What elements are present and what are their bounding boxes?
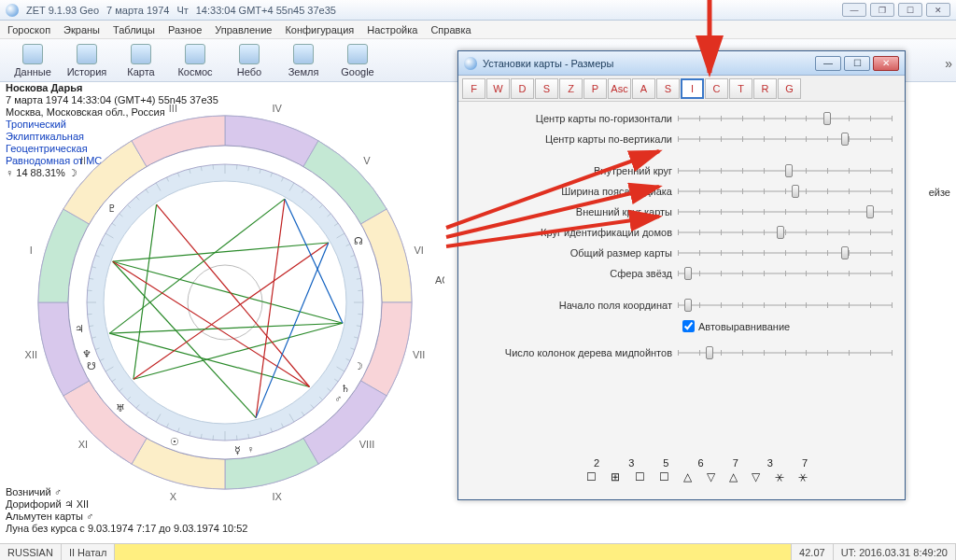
svg-text:☊: ☊ <box>354 235 363 246</box>
slider[interactable] <box>678 251 892 255</box>
menu-misc[interactable]: Разное <box>168 24 202 35</box>
menu-help[interactable]: Справка <box>430 24 471 35</box>
status-yellow <box>115 544 792 560</box>
dialog-titlebar[interactable]: Установки карты - Размеры — ☐ ✕ <box>458 51 905 76</box>
slider-thumb[interactable] <box>841 246 849 259</box>
slider[interactable] <box>678 272 892 275</box>
svg-text:VIII: VIII <box>359 439 375 450</box>
slider-row: Ширина пояса Зодиака <box>468 182 895 201</box>
menu-horoscope[interactable]: Гороскоп <box>7 24 50 35</box>
slider-thumb[interactable] <box>706 346 713 359</box>
dlg-minimize-button[interactable]: — <box>815 56 841 71</box>
slider[interactable] <box>678 117 892 120</box>
chart-panel: Носкова Дарья 7 марта 1974 14:33:04 (GMT… <box>0 82 457 535</box>
status-mode: II Натал <box>62 544 115 560</box>
menubar: Гороскоп Экраны Таблицы Разное Управлени… <box>0 21 956 39</box>
close-button[interactable]: ✕ <box>926 3 950 17</box>
slider-thumb[interactable] <box>684 299 692 312</box>
slider-row: Круг идентификации домов <box>468 223 895 242</box>
status-ut: UT: 2016.03.31 8:49:20 <box>834 544 956 560</box>
dlg-tab-asc[interactable]: Asc <box>608 78 631 99</box>
slider-label: Общий размер карты <box>468 247 678 259</box>
menu-config[interactable]: Конфигурация <box>285 24 354 35</box>
svg-text:VII: VII <box>413 349 425 360</box>
chart-footer: Возничий ♂ Дорифорий ♃ XII Альмутен карт… <box>6 486 247 535</box>
dlg-tab-z[interactable]: Z <box>559 78 583 99</box>
slider[interactable] <box>678 303 892 307</box>
dialog-icon <box>464 57 477 70</box>
menu-control[interactable]: Управление <box>215 24 272 35</box>
tool-google[interactable]: Google <box>332 44 383 77</box>
svg-text:☽: ☽ <box>354 360 363 371</box>
dlg-tab-i[interactable]: I <box>681 78 704 99</box>
dlg-close-button[interactable]: ✕ <box>873 56 899 71</box>
slider-label: Круг идентификации домов <box>468 227 678 238</box>
slider-thumb[interactable] <box>841 133 849 146</box>
slider-thumb[interactable] <box>777 226 784 239</box>
slider[interactable] <box>678 351 892 355</box>
slider-thumb[interactable] <box>866 205 874 218</box>
tool-cosmos[interactable]: Космос <box>170 44 220 77</box>
tool-earth[interactable]: Земля <box>278 44 329 77</box>
aspect-symbols: ☐ ⊞ ☐ ☐ △ ▽ △ ▽ ⚹ ⚹ <box>586 470 813 483</box>
slider-row: Внутренний круг <box>468 161 895 180</box>
maximize-button[interactable]: ☐ <box>898 3 922 17</box>
slider-row: Центр карты по-вертикали <box>468 130 895 148</box>
window-titlebar: ZET 9.1.93 Geo 7 марта 1974 Чт 14:33:04 … <box>0 0 956 21</box>
tool-data[interactable]: Данные <box>7 44 58 77</box>
slider-label: Сфера звёзд <box>468 268 678 279</box>
dlg-tab-d[interactable]: D <box>511 78 534 99</box>
slider[interactable] <box>678 210 892 214</box>
ft4: Луна без курса с 9.03.1974 7:17 до 9.03.… <box>6 523 247 534</box>
title-date: 7 марта 1974 <box>106 5 169 16</box>
dlg-tab-c[interactable]: C <box>705 78 728 99</box>
dlg-tab-s[interactable]: S <box>535 78 558 99</box>
slider-label: Ширина пояса Зодиака <box>468 186 678 197</box>
dlg-tab-r[interactable]: R <box>753 78 777 99</box>
dlg-tab-s2[interactable]: S <box>656 78 680 99</box>
menu-setup[interactable]: Настройка <box>367 24 417 35</box>
slider-label: Центр карты по-горизонтали <box>468 113 678 124</box>
title-time: 14:33:04 GMT+4 55n45 37e35 <box>196 5 336 16</box>
menu-screens[interactable]: Экраны <box>63 24 100 35</box>
svg-text:☋: ☋ <box>87 360 96 371</box>
tool-chart[interactable]: Карта <box>116 44 166 77</box>
svg-text:XI: XI <box>78 439 88 450</box>
dlg-tab-a[interactable]: A <box>632 78 655 99</box>
checkbox-label: Автовыравнивание <box>698 321 790 332</box>
slider[interactable] <box>678 169 892 173</box>
dlg-tab-t[interactable]: T <box>729 78 752 99</box>
slider-thumb[interactable] <box>684 267 692 280</box>
slider-row: Сфера звёзд <box>468 264 895 283</box>
slider-thumb[interactable] <box>823 112 831 125</box>
dlg-tab-p[interactable]: P <box>583 78 607 99</box>
restore-button[interactable]: ❐ <box>870 3 894 17</box>
slider-thumb[interactable] <box>785 164 793 177</box>
slider[interactable] <box>678 189 892 193</box>
slider[interactable] <box>678 137 892 141</box>
natal-wheel: IIIIIIIVVVIVIIVIIIIXXXIXII ☉☽☿♀♂♃♄♅♆♇☊☋ … <box>6 88 444 526</box>
dialog-toolbar: F W D S Z P Asc A S I C T R G <box>458 76 905 102</box>
dialog-body: Центр карты по-горизонталиЦентр карты по… <box>458 102 905 362</box>
dlg-tab-f[interactable]: F <box>462 78 485 99</box>
slider-thumb[interactable] <box>792 185 799 198</box>
toolbar-more-icon[interactable]: » <box>945 56 952 71</box>
status-val: 42.07 <box>792 544 834 560</box>
minimize-button[interactable]: — <box>842 3 866 17</box>
svg-text:♆: ♆ <box>82 348 91 359</box>
settings-dialog: Установки карты - Размеры — ☐ ✕ F W D S … <box>457 50 906 500</box>
dlg-tab-w[interactable]: W <box>486 78 510 99</box>
slider[interactable] <box>678 231 892 234</box>
title-app: ZET 9.1.93 Geo <box>26 5 99 16</box>
side-text: ейзе <box>929 187 950 198</box>
svg-text:III: III <box>169 103 177 114</box>
dlg-tab-g[interactable]: G <box>778 78 801 99</box>
menu-tables[interactable]: Таблицы <box>113 24 155 35</box>
slider-label: Внешний круг карты <box>468 206 678 217</box>
checkbox-input[interactable] <box>682 320 695 332</box>
tool-history[interactable]: История <box>62 44 112 77</box>
tool-sky[interactable]: Небо <box>224 44 274 77</box>
dlg-maximize-button[interactable]: ☐ <box>844 56 870 71</box>
auto-align-checkbox[interactable]: Автовыравнивание <box>682 320 895 332</box>
title-dow: Чт <box>176 5 188 16</box>
